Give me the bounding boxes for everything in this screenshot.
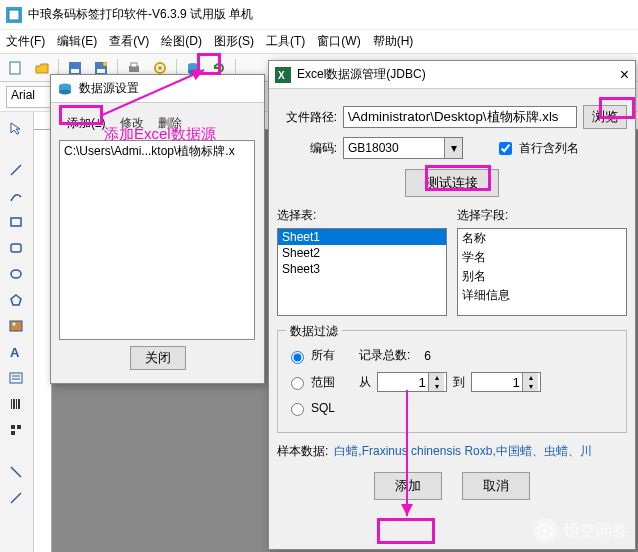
- radio-range[interactable]: 范围: [286, 374, 335, 391]
- radio-sql[interactable]: SQL: [286, 400, 335, 416]
- rect-icon[interactable]: [2, 210, 30, 234]
- line-icon[interactable]: [2, 158, 30, 182]
- svg-rect-25: [11, 399, 12, 409]
- path-label: 文件路径:: [277, 109, 337, 126]
- sheet-item[interactable]: Sheet2: [278, 245, 446, 261]
- sample-value: 白蜡,Fraxinus chinensis Roxb,中国蜡、虫蜡、川: [334, 443, 591, 460]
- count-label: 记录总数:: [359, 347, 410, 364]
- ellipse-icon[interactable]: [2, 262, 30, 286]
- svg-rect-2: [10, 62, 20, 74]
- datasource-list[interactable]: C:\Users\Admi...ktop\植物标牌.x: [59, 140, 255, 340]
- svg-rect-17: [11, 244, 21, 252]
- sheet-item[interactable]: Sheet3: [278, 261, 446, 277]
- to-label: 到: [453, 374, 465, 391]
- encoding-combo[interactable]: GB18030 ▾: [343, 137, 463, 159]
- sample-label: 样本数据:: [277, 443, 328, 460]
- menu-edit[interactable]: 编辑(E): [57, 33, 97, 50]
- image-icon[interactable]: [2, 314, 30, 338]
- field-item[interactable]: 别名: [458, 267, 626, 286]
- select-table-label: 选择表:: [277, 207, 447, 224]
- svg-line-33: [11, 493, 21, 503]
- tab-edit[interactable]: 修改: [120, 115, 144, 132]
- svg-rect-29: [11, 425, 15, 429]
- svg-line-15: [11, 165, 21, 175]
- close-icon[interactable]: ×: [620, 66, 629, 84]
- encoding-label: 编码:: [277, 140, 337, 157]
- svg-rect-16: [11, 218, 21, 226]
- filter-group-title: 数据过滤: [286, 323, 342, 340]
- svg-point-20: [13, 323, 16, 326]
- to-spinner[interactable]: ▴▾: [471, 372, 541, 392]
- field-list[interactable]: 名称 学名 别名 详细信息: [457, 228, 627, 316]
- ds-title: 数据源设置: [79, 80, 139, 97]
- svg-rect-28: [18, 399, 20, 409]
- path-input[interactable]: [343, 106, 577, 128]
- roundrect-icon[interactable]: [2, 236, 30, 260]
- svg-point-14: [188, 70, 198, 74]
- browse-button[interactable]: 浏览: [583, 105, 627, 129]
- field-item[interactable]: 名称: [458, 229, 626, 248]
- menu-draw[interactable]: 绘图(D): [161, 33, 202, 50]
- jdbc-dialog: X Excel数据源管理(JDBC) × 文件路径: 浏览 编码: GB1803…: [268, 60, 636, 550]
- svg-rect-4: [71, 69, 79, 73]
- sheet-item[interactable]: Sheet1: [278, 229, 446, 245]
- new-icon[interactable]: [4, 56, 28, 80]
- datasource-dialog: 数据源设置 添加(±) 修改 删除 C:\Users\Admi...ktop\植…: [50, 74, 265, 384]
- svg-rect-19: [10, 321, 22, 331]
- polygon-icon[interactable]: [2, 288, 30, 312]
- menu-view[interactable]: 查看(V): [109, 33, 149, 50]
- svg-rect-22: [10, 373, 22, 383]
- svg-point-7: [103, 62, 107, 66]
- dialog-icon: [57, 81, 73, 97]
- excel-icon: X: [275, 67, 291, 83]
- svg-rect-26: [13, 399, 15, 409]
- select-field-label: 选择字段:: [457, 207, 627, 224]
- add-button[interactable]: 添加: [374, 472, 442, 500]
- curve-icon[interactable]: [2, 184, 30, 208]
- menu-tool[interactable]: 工具(T): [266, 33, 305, 50]
- svg-point-18: [11, 270, 21, 278]
- svg-rect-31: [11, 431, 15, 435]
- field-item[interactable]: 学名: [458, 248, 626, 267]
- diag2-icon[interactable]: [2, 486, 30, 510]
- count-value: 6: [424, 349, 431, 363]
- svg-rect-1: [9, 10, 19, 20]
- menu-window[interactable]: 窗口(W): [317, 33, 360, 50]
- svg-rect-30: [17, 425, 21, 429]
- sheet-list[interactable]: Sheet1 Sheet2 Sheet3: [277, 228, 447, 316]
- tab-delete[interactable]: 删除: [158, 115, 182, 132]
- chevron-down-icon[interactable]: ▾: [444, 138, 462, 158]
- menu-file[interactable]: 文件(F): [6, 33, 45, 50]
- richtext-icon[interactable]: [2, 366, 30, 390]
- svg-point-36: [59, 89, 71, 94]
- svg-rect-9: [131, 63, 137, 67]
- from-spinner[interactable]: ▴▾: [377, 372, 447, 392]
- menu-shape[interactable]: 图形(S): [214, 33, 254, 50]
- first-row-checkbox[interactable]: 首行含列名: [495, 139, 579, 158]
- cancel-button[interactable]: 取消: [462, 472, 530, 500]
- app-title: 中琅条码标签打印软件-V6.3.9 试用版 单机: [28, 6, 253, 23]
- svg-rect-6: [97, 69, 105, 73]
- tab-add[interactable]: 添加(±): [67, 115, 106, 132]
- radio-all[interactable]: 所有: [286, 347, 335, 364]
- svg-point-11: [158, 66, 162, 70]
- pointer-icon[interactable]: [2, 116, 30, 140]
- field-item[interactable]: 详细信息: [458, 286, 626, 305]
- left-toolbar: A: [0, 112, 34, 552]
- svg-rect-27: [16, 399, 17, 409]
- close-button[interactable]: 关闭: [130, 346, 186, 370]
- barcode-icon[interactable]: [2, 392, 30, 416]
- test-button[interactable]: 测试连接: [405, 169, 499, 197]
- svg-text:X: X: [278, 70, 285, 81]
- diag1-icon[interactable]: [2, 460, 30, 484]
- svg-line-32: [11, 467, 21, 477]
- jdbc-title: Excel数据源管理(JDBC): [297, 66, 426, 83]
- text-icon[interactable]: A: [2, 340, 30, 364]
- menu-help[interactable]: 帮助(H): [373, 33, 414, 50]
- app-icon: [6, 7, 22, 23]
- list-item[interactable]: C:\Users\Admi...ktop\植物标牌.x: [64, 143, 250, 160]
- svg-text:A: A: [10, 345, 20, 359]
- menu-bar: 文件(F) 编辑(E) 查看(V) 绘图(D) 图形(S) 工具(T) 窗口(W…: [0, 30, 638, 54]
- qrcode-icon[interactable]: [2, 418, 30, 442]
- from-label: 从: [359, 374, 371, 391]
